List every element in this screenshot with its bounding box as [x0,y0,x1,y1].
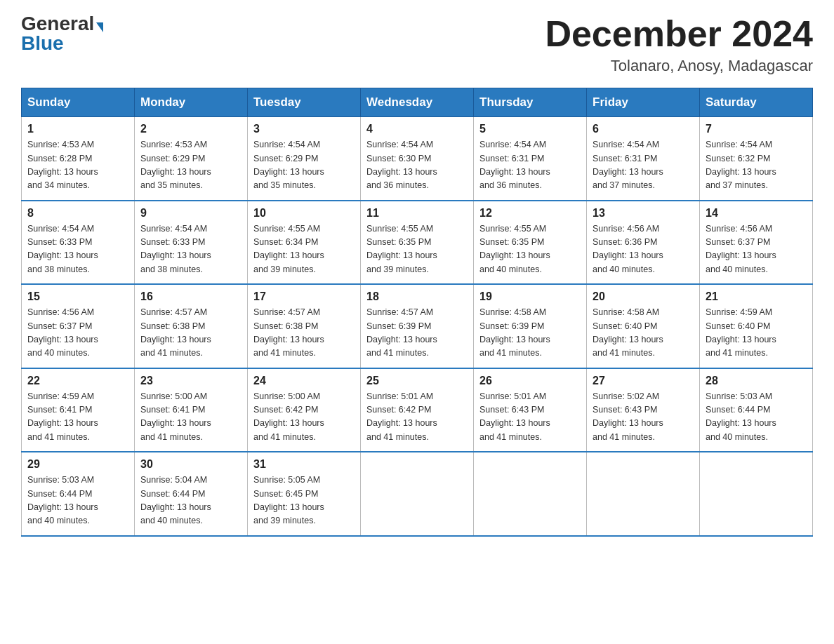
day-info: Sunrise: 5:03 AMSunset: 6:44 PMDaylight:… [27,474,128,528]
day-number: 19 [479,290,581,303]
calendar-cell: 21 Sunrise: 4:59 AMSunset: 6:40 PMDaylig… [700,284,813,368]
day-info: Sunrise: 4:57 AMSunset: 6:38 PMDaylight:… [140,306,241,361]
day-info: Sunrise: 4:57 AMSunset: 6:39 PMDaylight:… [366,306,468,361]
day-info: Sunrise: 4:58 AMSunset: 6:40 PMDaylight:… [593,306,694,361]
calendar-cell: 26 Sunrise: 5:01 AMSunset: 6:43 PMDaylig… [474,368,587,452]
logo-triangle-icon [96,22,103,32]
logo-general-text: General [21,13,94,34]
logo: General Blue [21,14,103,53]
col-tuesday: Tuesday [248,88,361,117]
col-friday: Friday [587,88,700,117]
logo-blue-text: Blue [21,32,64,54]
calendar-cell: 9 Sunrise: 4:54 AMSunset: 6:33 PMDayligh… [135,201,248,285]
calendar-cell: 10 Sunrise: 4:55 AMSunset: 6:34 PMDaylig… [248,201,361,285]
day-number: 22 [27,375,128,387]
calendar-cell [700,452,813,536]
day-info: Sunrise: 4:54 AMSunset: 6:33 PMDaylight:… [27,222,128,277]
logo-blue-line: Blue [21,34,64,53]
day-info: Sunrise: 4:54 AMSunset: 6:30 PMDaylight:… [366,138,468,193]
col-thursday: Thursday [474,88,587,117]
calendar-week-4: 22 Sunrise: 4:59 AMSunset: 6:41 PMDaylig… [22,368,813,452]
calendar-cell: 20 Sunrise: 4:58 AMSunset: 6:40 PMDaylig… [587,284,700,368]
day-info: Sunrise: 5:00 AMSunset: 6:41 PMDaylight:… [140,390,241,445]
location-title: Tolanaro, Anosy, Madagascar [545,57,813,75]
calendar-week-3: 15 Sunrise: 4:56 AMSunset: 6:37 PMDaylig… [22,284,813,368]
day-number: 21 [706,290,807,303]
calendar-cell: 27 Sunrise: 5:02 AMSunset: 6:43 PMDaylig… [587,368,700,452]
calendar-cell: 29 Sunrise: 5:03 AMSunset: 6:44 PMDaylig… [22,452,135,536]
day-number: 31 [253,458,355,471]
calendar-cell [587,452,700,536]
calendar-cell: 11 Sunrise: 4:55 AMSunset: 6:35 PMDaylig… [361,201,474,285]
day-number: 6 [593,123,694,135]
day-number: 23 [140,375,241,387]
calendar-cell: 18 Sunrise: 4:57 AMSunset: 6:39 PMDaylig… [361,284,474,368]
day-info: Sunrise: 5:05 AMSunset: 6:45 PMDaylight:… [253,474,355,528]
calendar-cell: 3 Sunrise: 4:54 AMSunset: 6:29 PMDayligh… [248,117,361,201]
logo-general-line: General [21,14,103,34]
calendar-cell: 2 Sunrise: 4:53 AMSunset: 6:29 PMDayligh… [135,117,248,201]
calendar-cell: 14 Sunrise: 4:56 AMSunset: 6:37 PMDaylig… [700,201,813,285]
day-number: 9 [140,207,241,220]
day-number: 15 [27,290,128,303]
calendar-cell: 22 Sunrise: 4:59 AMSunset: 6:41 PMDaylig… [22,368,135,452]
day-info: Sunrise: 4:53 AMSunset: 6:29 PMDaylight:… [140,138,241,193]
calendar-cell: 13 Sunrise: 4:56 AMSunset: 6:36 PMDaylig… [587,201,700,285]
day-info: Sunrise: 5:01 AMSunset: 6:42 PMDaylight:… [366,390,468,445]
day-number: 5 [479,123,581,135]
calendar-cell: 16 Sunrise: 4:57 AMSunset: 6:38 PMDaylig… [135,284,248,368]
day-number: 7 [706,123,807,135]
calendar-cell: 17 Sunrise: 4:57 AMSunset: 6:38 PMDaylig… [248,284,361,368]
day-number: 8 [27,207,128,220]
day-info: Sunrise: 5:01 AMSunset: 6:43 PMDaylight:… [479,390,581,445]
calendar-cell: 6 Sunrise: 4:54 AMSunset: 6:31 PMDayligh… [587,117,700,201]
calendar-cell: 24 Sunrise: 5:00 AMSunset: 6:42 PMDaylig… [248,368,361,452]
day-info: Sunrise: 4:54 AMSunset: 6:33 PMDaylight:… [140,222,241,277]
col-wednesday: Wednesday [361,88,474,117]
calendar-cell: 25 Sunrise: 5:01 AMSunset: 6:42 PMDaylig… [361,368,474,452]
page-header: General Blue December 2024 Tolanaro, Ano… [21,14,813,75]
day-number: 4 [366,123,468,135]
day-number: 13 [593,207,694,220]
day-number: 30 [140,458,241,471]
day-info: Sunrise: 4:59 AMSunset: 6:40 PMDaylight:… [706,306,807,361]
day-number: 24 [253,375,355,387]
title-section: December 2024 Tolanaro, Anosy, Madagasca… [545,14,813,75]
calendar-cell: 4 Sunrise: 4:54 AMSunset: 6:30 PMDayligh… [361,117,474,201]
calendar-cell: 8 Sunrise: 4:54 AMSunset: 6:33 PMDayligh… [22,201,135,285]
calendar-cell [361,452,474,536]
calendar-header-row: Sunday Monday Tuesday Wednesday Thursday… [22,88,813,117]
day-number: 17 [253,290,355,303]
calendar-week-5: 29 Sunrise: 5:03 AMSunset: 6:44 PMDaylig… [22,452,813,536]
day-info: Sunrise: 4:57 AMSunset: 6:38 PMDaylight:… [253,306,355,361]
day-info: Sunrise: 4:54 AMSunset: 6:29 PMDaylight:… [253,138,355,193]
calendar-week-1: 1 Sunrise: 4:53 AMSunset: 6:28 PMDayligh… [22,117,813,201]
calendar-cell: 5 Sunrise: 4:54 AMSunset: 6:31 PMDayligh… [474,117,587,201]
calendar-cell: 28 Sunrise: 5:03 AMSunset: 6:44 PMDaylig… [700,368,813,452]
day-info: Sunrise: 4:54 AMSunset: 6:31 PMDaylight:… [479,138,581,193]
calendar-cell: 31 Sunrise: 5:05 AMSunset: 6:45 PMDaylig… [248,452,361,536]
day-info: Sunrise: 4:55 AMSunset: 6:35 PMDaylight:… [479,222,581,277]
day-number: 16 [140,290,241,303]
day-info: Sunrise: 4:54 AMSunset: 6:32 PMDaylight:… [706,138,807,193]
day-info: Sunrise: 5:04 AMSunset: 6:44 PMDaylight:… [140,474,241,528]
calendar-cell: 15 Sunrise: 4:56 AMSunset: 6:37 PMDaylig… [22,284,135,368]
day-number: 25 [366,375,468,387]
day-number: 11 [366,207,468,220]
day-info: Sunrise: 4:56 AMSunset: 6:37 PMDaylight:… [27,306,128,361]
day-number: 10 [253,207,355,220]
day-number: 12 [479,207,581,220]
calendar-cell: 7 Sunrise: 4:54 AMSunset: 6:32 PMDayligh… [700,117,813,201]
day-number: 3 [253,123,355,135]
day-info: Sunrise: 4:59 AMSunset: 6:41 PMDaylight:… [27,390,128,445]
col-saturday: Saturday [700,88,813,117]
day-info: Sunrise: 4:55 AMSunset: 6:35 PMDaylight:… [366,222,468,277]
calendar-cell: 23 Sunrise: 5:00 AMSunset: 6:41 PMDaylig… [135,368,248,452]
calendar-cell: 30 Sunrise: 5:04 AMSunset: 6:44 PMDaylig… [135,452,248,536]
day-number: 27 [593,375,694,387]
month-title: December 2024 [545,14,813,54]
calendar-cell: 19 Sunrise: 4:58 AMSunset: 6:39 PMDaylig… [474,284,587,368]
day-number: 28 [706,375,807,387]
day-info: Sunrise: 5:02 AMSunset: 6:43 PMDaylight:… [593,390,694,445]
day-info: Sunrise: 4:58 AMSunset: 6:39 PMDaylight:… [479,306,581,361]
